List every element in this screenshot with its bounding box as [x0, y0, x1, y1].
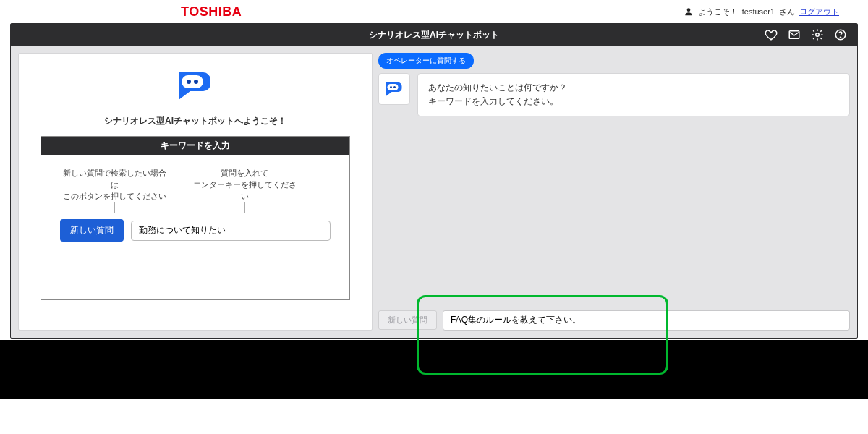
app-title: シナリオレス型AIチャットボット — [369, 29, 499, 41]
svg-point-4 — [840, 37, 841, 38]
chat-scroll[interactable]: あなたの知りたいことは何ですか？ キーワードを入力してください。 — [378, 73, 850, 300]
app-titlebar: シナリオレス型AIチャットボット — [11, 24, 857, 46]
bot-message-bubble: あなたの知りたいことは何ですか？ キーワードを入力してください。 — [417, 73, 850, 116]
user-icon — [684, 7, 694, 17]
page-black-strip — [0, 340, 868, 399]
username: testuser1 — [742, 7, 775, 16]
bot-message-line: あなたの知りたいことは何ですか？ — [428, 81, 839, 95]
hint-line: このボタンを押してください — [60, 191, 169, 203]
ask-operator-button[interactable]: オペレーターに質問する — [378, 53, 474, 69]
logout-link[interactable]: ログアウト — [799, 7, 839, 17]
bot-message-line: キーワードを入力してください。 — [428, 95, 839, 109]
user-block: ようこそ！ testuser1 さん ログアウト — [684, 7, 839, 17]
keyword-input[interactable] — [131, 221, 331, 241]
hint-enter-key: 質問を入れて エンターキーを押してください — [190, 168, 299, 202]
new-question-button[interactable]: 新しい質問 — [60, 219, 124, 242]
svg-point-7 — [194, 80, 198, 84]
keyword-box-title: キーワードを入力 — [41, 137, 349, 155]
page-bottom — [0, 399, 868, 434]
hint-line: 新しい質問で検索したい場合は — [60, 168, 169, 191]
hint-line: 質問を入れて — [190, 168, 299, 179]
new-question-button-secondary[interactable]: 新しい質問 — [378, 310, 437, 330]
welcome-text: シナリオレス型AIチャットボットへようこそ！ — [104, 115, 286, 127]
titlebar-tools — [765, 28, 857, 41]
bot-message-row: あなたの知りたいことは何ですか？ キーワードを入力してください。 — [378, 73, 850, 116]
site-header: TOSHIBA ようこそ！ testuser1 さん ログアウト — [0, 0, 868, 23]
chat-panel: オペレーターに質問する あなたの知りたいことは何ですか？ — [378, 53, 850, 331]
help-icon[interactable] — [834, 28, 847, 41]
keyword-hints: 新しい質問で検索したい場合は このボタンを押してください 質問を入れて エンター… — [60, 168, 331, 202]
svg-point-0 — [686, 8, 690, 12]
brand-logo: TOSHIBA — [181, 4, 242, 20]
app-frame: シナリオレス型AIチャットボット — [10, 23, 858, 339]
heart-icon[interactable] — [765, 28, 778, 41]
svg-rect-8 — [388, 84, 399, 90]
welcome-suffix: さん — [779, 7, 795, 17]
bot-logo — [174, 68, 216, 105]
welcome-prefix: ようこそ！ — [698, 7, 738, 17]
svg-point-2 — [816, 33, 820, 37]
bot-avatar — [378, 73, 410, 105]
svg-point-6 — [187, 80, 191, 84]
svg-point-9 — [390, 86, 392, 88]
welcome-panel: シナリオレス型AIチャットボットへようこそ！ キーワードを入力 新しい質問で検索… — [18, 53, 373, 331]
chat-input[interactable] — [443, 310, 850, 331]
hint-new-question: 新しい質問で検索したい場合は このボタンを押してください — [60, 168, 169, 202]
svg-rect-5 — [182, 75, 203, 88]
hint-line: エンターキーを押してください — [190, 179, 299, 203]
keyword-box: キーワードを入力 新しい質問で検索したい場合は このボタンを押してください 質問… — [41, 136, 350, 300]
gear-icon[interactable] — [811, 28, 824, 41]
mail-icon[interactable] — [788, 28, 801, 41]
svg-point-10 — [393, 86, 396, 88]
chat-input-row: 新しい質問 — [378, 305, 850, 331]
